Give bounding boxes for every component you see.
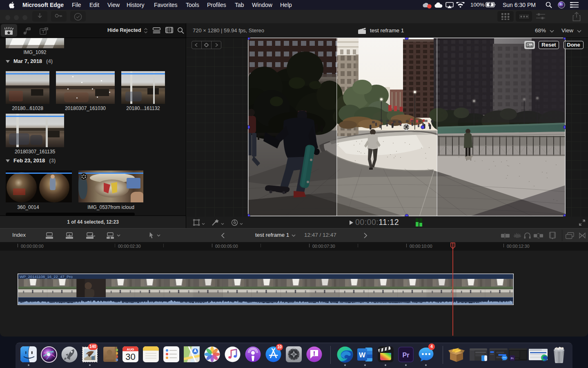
svg-text:Pr: Pr bbox=[511, 357, 514, 360]
svg-text:WP_20141108_16_22_47_Pro: WP_20141108_16_22_47_Pro bbox=[20, 274, 73, 279]
svg-text:Pr: Pr bbox=[403, 352, 410, 359]
svg-text:W: W bbox=[359, 351, 366, 359]
svg-text:30: 30 bbox=[125, 352, 135, 362]
svg-text:AUG: AUG bbox=[127, 348, 134, 351]
